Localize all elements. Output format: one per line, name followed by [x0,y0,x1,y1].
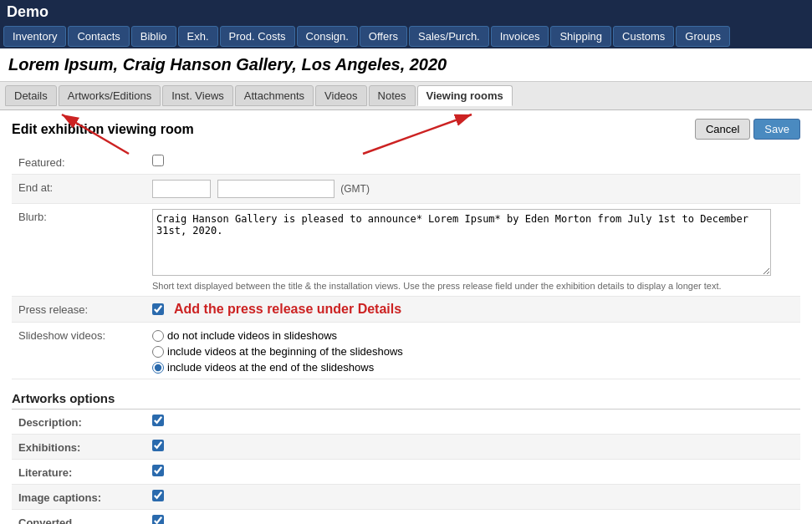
artwork-exhibitions-row: Exhibitions: [12,435,800,460]
top-bar: Demo [0,0,812,24]
slideshow-row: Slideshow videos: do not include videos … [12,323,800,379]
press-release-row: Press release: Add the press release und… [12,297,800,323]
press-release-label: Press release: [12,297,146,323]
nav-item-customs[interactable]: Customs [613,26,674,47]
end-at-cell: (GMT) [146,175,800,204]
end-at-row: End at: (GMT) [12,175,800,204]
artwork-literature-row: Literature: [12,460,800,485]
page-title: Lorem Ipsum, Craig Hanson Gallery, Los A… [8,55,447,74]
blurb-note: Short text displayed between the title &… [152,281,794,291]
cancel-button[interactable]: Cancel [695,119,750,140]
edit-header: Edit exhibition viewing room Cancel Save [12,119,800,140]
nav-item-inventory[interactable]: Inventory [3,26,66,47]
blurb-row: Blurb: Short text displayed between the … [12,204,800,297]
featured-cell [146,150,800,175]
save-button[interactable]: Save [753,119,800,140]
press-release-cell: Add the press release under Details [146,297,800,322]
artworks-header: Artworks options [12,391,800,405]
slideshow-cell: do not include videos in slideshows incl… [146,323,800,379]
nav-item-biblio[interactable]: Biblio [131,26,176,47]
artwork-description-row: Description: [12,410,800,435]
artwork-literature-label: Literature: [12,460,146,485]
tab-videos[interactable]: Videos [315,85,367,106]
blurb-cell: Short text displayed between the title &… [146,204,800,297]
artwork-description-label: Description: [12,410,146,435]
nav-item-consign[interactable]: Consign. [297,26,358,47]
nav-item-contacts[interactable]: Contacts [68,26,129,47]
tab-attachments[interactable]: Attachments [235,85,314,106]
end-at-date-input[interactable] [217,180,335,198]
artworks-table: Description: Exhibitions: Literature: Im… [12,409,800,524]
slideshow-radio-2[interactable] [152,362,164,374]
artwork-exhibitions-cell [146,435,800,460]
press-release-annotation: Add the press release under Details [174,302,401,317]
tab-details[interactable]: Details [5,85,57,106]
nav-item-sales[interactable]: Sales/Purch. [409,26,489,47]
slideshow-option-1[interactable]: include videos at the beginning of the s… [152,345,794,358]
artwork-exhibitions-label: Exhibitions: [12,435,146,460]
artwork-converted-measurements-checkbox[interactable] [152,515,164,524]
nav-item-shipping[interactable]: Shipping [550,26,611,47]
end-at-label: End at: [12,175,146,204]
artwork-literature-cell [146,460,800,485]
tab-artworks-editions[interactable]: Artworks/Editions [59,85,161,106]
artwork-image-captions-checkbox[interactable] [152,490,164,501]
tab-viewing-rooms[interactable]: Viewing rooms [417,85,513,106]
tab-notes[interactable]: Notes [369,85,416,106]
blurb-textarea[interactable] [152,209,771,276]
artwork-converted-measurements-row: Converted measurements: [12,510,800,525]
form-table: Featured: End at: (GMT) Blurb: Short tex… [12,150,800,379]
artwork-description-cell [146,410,800,435]
nav-item-prod-costs[interactable]: Prod. Costs [220,26,295,47]
sub-tabs: Details Artworks/Editions Inst. Views At… [0,82,812,110]
nav-item-offers[interactable]: Offers [360,26,407,47]
page-title-bar: Lorem Ipsum, Craig Hanson Gallery, Los A… [0,48,812,82]
artwork-literature-checkbox[interactable] [152,465,164,476]
artwork-image-captions-cell [146,485,800,510]
slideshow-radio-0[interactable] [152,330,164,342]
slideshow-radio-group: do not include videos in slideshows incl… [152,328,794,374]
press-release-checkbox[interactable] [152,303,164,315]
slideshow-option-2[interactable]: include videos at the end of the slidesh… [152,361,794,374]
nav-item-exh[interactable]: Exh. [178,26,218,47]
gmt-label: (GMT) [340,183,370,195]
edit-title: Edit exhibition viewing room [12,122,194,137]
nav-item-groups[interactable]: Groups [676,26,730,47]
app-title: Demo [7,3,49,20]
slideshow-radio-1[interactable] [152,346,164,358]
featured-checkbox[interactable] [152,155,164,166]
blurb-label: Blurb: [12,204,146,297]
nav-item-invoices[interactable]: Invoices [491,26,549,47]
artwork-image-captions-row: Image captions: [12,485,800,510]
slideshow-label: Slideshow videos: [12,323,146,379]
tab-inst-views[interactable]: Inst. Views [162,85,233,106]
featured-label: Featured: [12,150,146,175]
slideshow-option-0[interactable]: do not include videos in slideshows [152,329,794,342]
artwork-description-checkbox[interactable] [152,415,164,426]
header-buttons: Cancel Save [695,119,800,140]
artwork-converted-measurements-cell [146,510,800,525]
nav-bar: Inventory Contacts Biblio Exh. Prod. Cos… [0,24,812,48]
content: Edit exhibition viewing room Cancel Save [0,110,812,524]
featured-row: Featured: [12,150,800,175]
end-at-time-input[interactable] [152,180,211,198]
artwork-exhibitions-checkbox[interactable] [152,440,164,451]
artwork-image-captions-label: Image captions: [12,485,146,510]
artwork-converted-measurements-label: Converted measurements: [12,510,146,525]
